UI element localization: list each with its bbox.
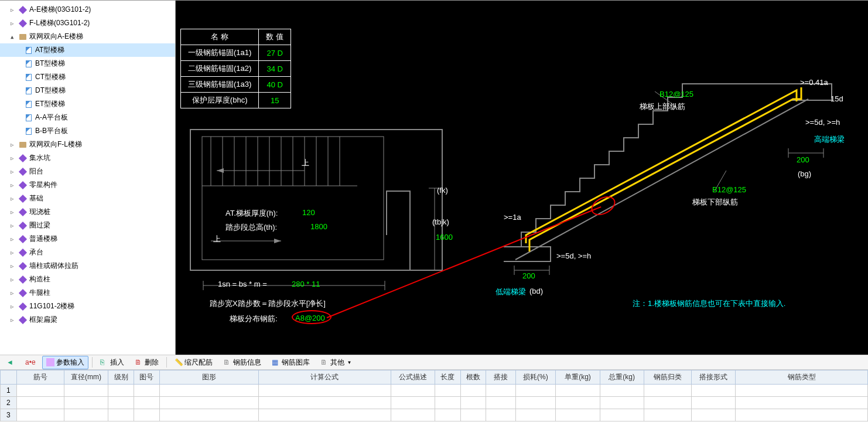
tree-item[interactable]: BT型楼梯 (0, 57, 175, 70)
tree-item[interactable]: DT型楼梯 (0, 84, 175, 97)
grid-cell[interactable] (64, 397, 108, 409)
grid-cell[interactable] (435, 385, 460, 397)
tbjk-val[interactable]: 1600 (436, 233, 453, 242)
tree-item[interactable]: ▷基础 (0, 192, 175, 205)
grid-cell[interactable] (692, 397, 736, 409)
grid-cell[interactable] (435, 409, 460, 421)
ruler-btn[interactable]: 📏缩尺配筋 (170, 356, 217, 369)
table-row[interactable]: 2 (1, 397, 868, 409)
grid-cell[interactable] (644, 397, 691, 409)
tree-item[interactable]: ▷11G101-2楼梯 (0, 300, 175, 313)
tree-item[interactable]: CT型楼梯 (0, 70, 175, 84)
grid-cell[interactable] (108, 409, 134, 421)
grid-header[interactable]: 图号 (134, 370, 160, 385)
insert-btn[interactable]: ⎘插入 (96, 356, 128, 369)
tree-item[interactable]: ▷普通楼梯 (0, 232, 175, 246)
grid-cell[interactable] (134, 385, 160, 397)
grid-cell[interactable] (259, 397, 391, 409)
tree-item[interactable]: ▷牛腿柱 (0, 286, 175, 300)
grid-cell[interactable] (556, 409, 600, 421)
grid-cell[interactable] (644, 385, 691, 397)
tree-item[interactable]: ▷阳台 (0, 165, 175, 178)
grid-cell[interactable] (515, 385, 556, 397)
grid-header[interactable]: 钢筋类型 (736, 370, 868, 385)
tree-item[interactable]: ▷框架扁梁 (0, 313, 175, 327)
tree-item[interactable]: ▷承台 (0, 246, 175, 259)
grid-cell[interactable] (460, 409, 486, 421)
tree-item[interactable]: ET型楼梯 (0, 97, 175, 111)
other-btn[interactable]: 🗎其他▼ (316, 356, 356, 369)
delete-btn[interactable]: 🗎删除 (131, 356, 163, 369)
grid-header[interactable]: 搭接形式 (692, 370, 736, 385)
tree-item[interactable]: B-B平台板 (0, 124, 175, 138)
param-input-btn[interactable]: 参数输入 (42, 356, 88, 369)
grid-cell[interactable] (64, 409, 108, 421)
grid-cell[interactable] (736, 397, 868, 409)
grid-header[interactable]: 筋号 (16, 370, 64, 385)
grid-cell[interactable] (134, 397, 160, 409)
tree-item[interactable]: A-A平台板 (0, 111, 175, 124)
grid-cell[interactable] (391, 397, 435, 409)
tree-item[interactable]: AT型楼梯 (0, 43, 175, 57)
grid-header[interactable]: 图形 (159, 370, 258, 385)
tree-item[interactable]: ▷现浇桩 (0, 205, 175, 219)
grid-cell[interactable] (736, 385, 868, 397)
grid-cell[interactable] (515, 409, 556, 421)
th-val[interactable]: 1800 (310, 222, 327, 231)
grid-cell[interactable] (600, 409, 644, 421)
grid-cell[interactable] (692, 409, 736, 421)
grid-header[interactable]: 总重(kg) (600, 370, 644, 385)
grid-header[interactable]: 长度 (435, 370, 460, 385)
grid-cell[interactable] (435, 397, 460, 409)
bot-bar[interactable]: B12@125 (712, 185, 746, 194)
table-row[interactable]: 1 (1, 385, 868, 397)
grid-header[interactable]: 搭接 (486, 370, 515, 385)
grid-header[interactable]: 公式描述 (391, 370, 435, 385)
tree-item[interactable]: ▲双网双向A-E楼梯 (0, 30, 175, 43)
grid-header[interactable]: 直径(mm) (64, 370, 108, 385)
h-val[interactable]: 120 (302, 208, 315, 217)
grid-cell[interactable] (159, 397, 258, 409)
tree-item[interactable]: ▷圈过梁 (0, 219, 175, 232)
grid-cell[interactable] (64, 385, 108, 397)
grid-header[interactable]: 级别 (108, 370, 134, 385)
grid-cell[interactable] (134, 409, 160, 421)
tree-item[interactable]: ▷双网双向F-L楼梯 (0, 138, 175, 151)
grid-cell[interactable] (159, 409, 258, 421)
grid-cell[interactable] (736, 409, 868, 421)
grid-header[interactable]: 计算公式 (259, 370, 391, 385)
grid-cell[interactable] (556, 397, 600, 409)
grid-cell[interactable] (692, 385, 736, 397)
grid-cell[interactable] (556, 385, 600, 397)
grid-cell[interactable] (486, 409, 515, 421)
grid-header[interactable]: 损耗(%) (515, 370, 556, 385)
rebar-data-grid[interactable]: 筋号直径(mm)级别图号图形计算公式公式描述长度根数搭接损耗(%)单重(kg)总… (0, 370, 868, 421)
grid-cell[interactable] (259, 385, 391, 397)
grid-cell[interactable] (391, 385, 435, 397)
grid-cell[interactable] (16, 397, 64, 409)
grid-cell[interactable] (515, 397, 556, 409)
grid-cell[interactable] (16, 409, 64, 421)
tree-item[interactable]: ▷F-L楼梯(03G101-2) (0, 16, 175, 30)
grid-cell[interactable] (108, 385, 134, 397)
rebar-info-btn[interactable]: 🗎钢筋信息 (219, 356, 265, 369)
table-row[interactable]: 3 (1, 409, 868, 421)
lsn-val[interactable]: 280 * 11 (292, 280, 320, 288)
tree-item[interactable]: ▷墙柱或砌体拉筋 (0, 259, 175, 273)
drawing-canvas[interactable]: 名 称数 值 一级钢筋锚固(1a1)27 D二级钢筋锚固(1a2)34 D三级钢… (176, 1, 868, 355)
grid-cell[interactable] (259, 409, 391, 421)
grid-cell[interactable] (391, 409, 435, 421)
grid-cell[interactable] (460, 397, 486, 409)
grid-cell[interactable] (600, 385, 644, 397)
grid-cell[interactable] (600, 397, 644, 409)
top-bar[interactable]: B12@125 (659, 90, 693, 98)
grid-cell[interactable] (644, 409, 691, 421)
component-tree[interactable]: ▷A-E楼梯(03G101-2)▷F-L楼梯(03G101-2)▲双网双向A-E… (0, 1, 176, 355)
tree-item[interactable]: ▷零星构件 (0, 178, 175, 192)
grid-cell[interactable] (108, 397, 134, 409)
tree-item[interactable]: ▷A-E楼梯(03G101-2) (0, 3, 175, 16)
grid-cell[interactable] (486, 397, 515, 409)
tree-item[interactable]: ▷构造柱 (0, 273, 175, 286)
grid-header[interactable]: 钢筋归类 (644, 370, 691, 385)
left-arrow-btn[interactable]: ◄ (2, 356, 19, 368)
